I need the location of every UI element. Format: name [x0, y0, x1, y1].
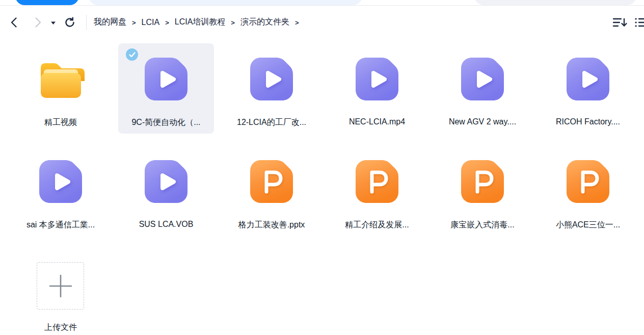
video-file-icon [461, 58, 504, 100]
primary-action-button[interactable] [15, 0, 79, 5]
breadcrumb-item[interactable]: LCIA [142, 18, 160, 27]
top-app-bar [0, 0, 644, 6]
file-tile[interactable]: SUS LCA.VOB [118, 146, 214, 236]
ppt-file-icon [356, 160, 398, 203]
file-icon-box [118, 58, 214, 100]
file-icon-box [224, 160, 319, 203]
upload-dropzone[interactable] [37, 262, 84, 310]
file-name: 精工介绍及发展... [332, 220, 422, 231]
upload-tile[interactable]: 上传文件 [13, 248, 109, 335]
file-icon-box [540, 58, 636, 100]
file-icon-box [540, 160, 636, 203]
file-icon-box [13, 58, 109, 100]
file-tile[interactable]: 康宝嵌入式消毒... [435, 146, 530, 236]
file-name: 格力工装改善.pptx [227, 220, 316, 231]
file-grid: 精工视频 9C-简便自动化（... 12 [0, 38, 644, 335]
forward-button[interactable] [33, 16, 44, 29]
file-name: 小熊ACE三位一... [543, 220, 633, 231]
toolbar-pill[interactable] [474, 0, 637, 5]
file-tile[interactable]: 12-LCIA的工厂改... [224, 43, 319, 134]
upload-label: 上传文件 [16, 322, 105, 333]
plus-icon [49, 274, 72, 298]
navbar-divider [86, 15, 87, 30]
breadcrumb-separator-icon: > [231, 19, 235, 27]
file-tile[interactable]: 小熊ACE三位一... [540, 146, 636, 236]
history-dropdown-caret-icon[interactable] [49, 20, 57, 25]
refresh-button[interactable] [64, 16, 76, 29]
file-icon-box [224, 58, 319, 100]
file-tile[interactable]: New AGV 2 way.... [435, 43, 530, 134]
file-icon-box [118, 160, 214, 203]
breadcrumb-separator-icon: > [132, 19, 136, 27]
file-tile[interactable]: 精工介绍及发展... [329, 146, 425, 236]
video-file-icon [145, 160, 187, 203]
file-icon-box [329, 58, 425, 100]
back-button[interactable] [8, 16, 19, 29]
video-file-icon [39, 160, 82, 203]
file-name: RICOH Factory.... [543, 117, 633, 128]
file-tile[interactable]: NEC-LCIA.mp4 [329, 43, 425, 134]
breadcrumb-item[interactable]: LCIA培训教程 [175, 17, 226, 28]
breadcrumb-separator-icon: > [295, 19, 299, 27]
ppt-file-icon [567, 160, 609, 203]
video-file-icon [145, 58, 187, 100]
ppt-file-icon [461, 160, 504, 203]
file-name: SUS LCA.VOB [121, 220, 211, 231]
breadcrumb-separator-icon: > [165, 19, 169, 27]
file-icon-box [329, 160, 425, 203]
file-tile[interactable]: 9C-简便自动化（... [118, 43, 214, 134]
file-name: sai 本多通信工業... [16, 220, 105, 231]
file-name: 精工视频 [16, 117, 105, 128]
file-name: 康宝嵌入式消毒... [438, 220, 527, 231]
ppt-file-icon [250, 160, 293, 203]
navigation-bar: 我的网盘 > LCIA > LCIA培训教程 > 演示的文件夹 > [0, 6, 644, 38]
search-bar[interactable] [88, 0, 363, 5]
file-icon-box [435, 160, 530, 203]
video-file-icon [356, 58, 398, 100]
folder-icon [37, 60, 85, 98]
file-tile[interactable]: sai 本多通信工業... [13, 146, 109, 236]
file-name: NEC-LCIA.mp4 [332, 117, 422, 128]
file-tile[interactable]: RICOH Factory.... [540, 43, 636, 134]
file-name: New AGV 2 way.... [438, 117, 527, 128]
file-name: 12-LCIA的工厂改... [227, 117, 316, 128]
file-icon-box [435, 58, 530, 100]
folder-tile[interactable]: 精工视频 [13, 43, 109, 134]
file-icon-box [13, 160, 109, 203]
breadcrumb-item[interactable]: 演示的文件夹 [240, 17, 289, 28]
video-file-icon [567, 58, 609, 100]
breadcrumb: 我的网盘 > LCIA > LCIA培训教程 > 演示的文件夹 > [94, 6, 305, 38]
sort-order-button[interactable] [611, 17, 629, 28]
file-tile[interactable]: 格力工装改善.pptx [224, 146, 319, 236]
file-name: 9C-简便自动化（... [121, 117, 211, 128]
selected-check-icon[interactable] [126, 48, 138, 61]
breadcrumb-item[interactable]: 我的网盘 [94, 17, 126, 28]
view-mode-button[interactable] [635, 17, 644, 28]
video-file-icon [250, 58, 293, 100]
